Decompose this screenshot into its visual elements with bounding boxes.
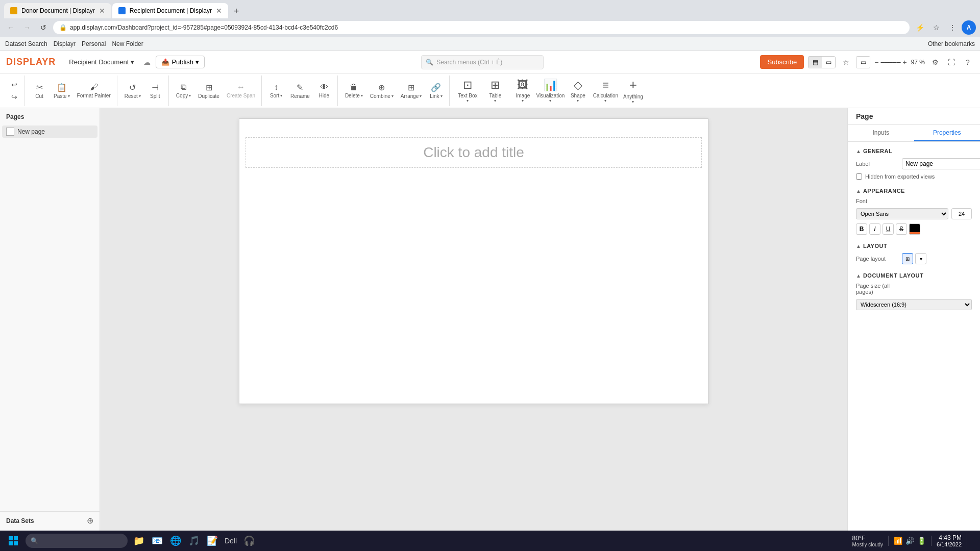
taskbar-app-spotify[interactable]: 🎧 [241, 533, 257, 549]
combine-button[interactable]: ⊕ Combine ▾ [367, 78, 397, 104]
tab-donor[interactable]: Donor Document | Displayr ✕ [4, 3, 111, 18]
extensions-icon[interactable]: ⚡ [913, 20, 927, 35]
tab-close-donor[interactable]: ✕ [99, 7, 105, 15]
profile-button[interactable]: A [962, 20, 976, 35]
back-button[interactable]: ← [4, 21, 17, 34]
canvas-area[interactable]: Click to add title [100, 108, 847, 551]
appearance-collapse-icon[interactable]: ▲ [856, 188, 861, 194]
insert-calculation-button[interactable]: ≡ Calculation ▾ [593, 76, 618, 106]
start-button[interactable] [4, 532, 22, 550]
subscribe-button[interactable]: Subscribe [760, 55, 804, 69]
copy-dropdown-arrow[interactable]: ▾ [189, 93, 191, 98]
canvas-title-placeholder[interactable]: Click to add title [246, 137, 702, 168]
hide-button[interactable]: 👁 Hide [314, 78, 334, 104]
insert-textbox-button[interactable]: ⊡ Text Box ▾ [455, 76, 480, 106]
undo-button[interactable]: ↩ [7, 79, 21, 90]
paste-dropdown-arrow[interactable]: ▾ [68, 94, 70, 98]
taskbar-search[interactable]: 🔍 [26, 534, 128, 548]
reset-dropdown-arrow[interactable]: ▾ [139, 94, 141, 98]
layout-icon-button[interactable]: ⊞ [902, 253, 913, 264]
layout-dropdown-btn[interactable]: ▾ [915, 253, 926, 264]
tab-close-recipient[interactable]: ✕ [216, 7, 222, 15]
tab-inputs[interactable]: Inputs [848, 125, 914, 141]
italic-button[interactable]: I [869, 223, 880, 235]
help-icon[interactable]: ? [962, 56, 974, 68]
doc-layout-collapse-icon[interactable]: ▲ [856, 273, 861, 279]
publish-button[interactable]: 📤 Publish ▾ [156, 56, 205, 68]
volume-icon[interactable]: 🔊 [905, 537, 914, 545]
font-select[interactable]: Open Sans [856, 208, 948, 219]
hidden-checkbox[interactable] [856, 173, 862, 180]
canvas[interactable]: Click to add title [239, 118, 708, 404]
address-bar[interactable]: 🔒 app.displayr.com/Dashboard?project_id=… [53, 21, 910, 34]
taskbar-app-mail[interactable]: 📧 [149, 533, 165, 549]
bookmark-new-folder[interactable]: New Folder [112, 40, 143, 47]
rename-button[interactable]: ✎ Rename [287, 78, 313, 104]
zoom-minus-icon[interactable]: − [874, 58, 878, 66]
more-options-icon[interactable]: ⋮ [945, 20, 960, 35]
font-size-input[interactable] [951, 208, 972, 219]
taskbar-time[interactable]: 4:43 PM 6/14/2022 [937, 534, 962, 547]
sort-button[interactable]: ↕ Sort ▾ [266, 78, 286, 104]
reload-button[interactable]: ↺ [37, 21, 50, 34]
underline-button[interactable]: U [883, 223, 894, 235]
arrange-dropdown-arrow[interactable]: ▾ [420, 94, 422, 98]
forward-button[interactable]: → [20, 21, 34, 34]
taskbar-app-music[interactable]: 🎵 [186, 533, 202, 549]
taskbar-app-dell[interactable]: Dell [223, 533, 239, 549]
settings-icon[interactable]: ⚙ [929, 56, 941, 68]
add-dataset-icon[interactable]: ⊕ [87, 516, 93, 525]
taskbar-app-notes[interactable]: 📝 [204, 533, 220, 549]
star-icon[interactable]: ☆ [840, 56, 852, 68]
bookmark-dataset-search[interactable]: Dataset Search [5, 40, 47, 47]
fullscreen-icon[interactable]: ⛶ [945, 56, 958, 68]
redo-button[interactable]: ↪ [7, 91, 21, 103]
page-size-select[interactable]: Widescreen (16:9) [856, 299, 972, 310]
layout-collapse-icon[interactable]: ▲ [856, 243, 861, 249]
insert-image-button[interactable]: 🖼 Image ▾ [510, 76, 535, 106]
general-collapse-icon[interactable]: ▲ [856, 148, 861, 154]
bookmark-icon[interactable]: ☆ [929, 20, 943, 35]
frame-view-button[interactable]: ▭ [856, 57, 870, 68]
combine-dropdown-arrow[interactable]: ▾ [391, 94, 394, 98]
link-dropdown-arrow[interactable]: ▾ [440, 94, 443, 98]
bookmark-personal[interactable]: Personal [82, 40, 106, 47]
delete-dropdown-arrow[interactable]: ▾ [361, 93, 363, 98]
insert-visualization-button[interactable]: 📊 Visualization ▾ [537, 76, 563, 106]
duplicate-button[interactable]: ⊞ Duplicate [195, 78, 223, 104]
arrange-button[interactable]: ⊞ Arrange ▾ [398, 78, 425, 104]
grid-view-button[interactable]: ▤ [808, 57, 822, 68]
taskbar-app-edge[interactable]: 🌐 [167, 533, 184, 549]
bookmark-other[interactable]: Other bookmarks [928, 40, 975, 47]
copy-button[interactable]: ⧉ Copy ▾ [173, 78, 194, 104]
tab-recipient[interactable]: Recipient Document | Displayr ✕ [112, 3, 228, 18]
label-field-input[interactable] [902, 158, 980, 169]
insert-anything-button[interactable]: + Anything ▾ [620, 76, 646, 106]
paste-button[interactable]: 📋 Paste ▾ [51, 78, 73, 104]
bold-button[interactable]: B [856, 223, 867, 235]
show-desktop-button[interactable] [967, 533, 976, 548]
reset-button[interactable]: ↺ Reset ▾ [121, 78, 144, 104]
strikethrough-button[interactable]: S [896, 223, 907, 235]
color-button[interactable] [909, 223, 920, 235]
insert-table-button[interactable]: ⊞ Table ▾ [482, 76, 508, 106]
split-button[interactable]: ⊣ Split [145, 78, 165, 104]
page-item[interactable]: New page [2, 126, 97, 138]
battery-icon[interactable]: 🔋 [917, 537, 926, 545]
delete-button[interactable]: 🗑 Delete ▾ [342, 78, 366, 104]
zoom-plus-icon[interactable]: + [902, 58, 906, 66]
search-box[interactable]: 🔍 Search menus (Ctrl + É) [421, 55, 544, 69]
cut-button[interactable]: ✂ Cut [29, 78, 50, 104]
taskbar-app-files[interactable]: 📁 [131, 533, 147, 549]
create-span-button[interactable]: ↔ Create Span [224, 78, 258, 104]
sort-dropdown-arrow[interactable]: ▾ [280, 93, 282, 98]
network-icon[interactable]: 📶 [894, 537, 902, 545]
link-button[interactable]: 🔗 Link ▾ [426, 78, 446, 104]
format-painter-button[interactable]: 🖌 Format Painter [74, 78, 114, 104]
document-title-button[interactable]: Recipient Document ▾ [65, 56, 138, 68]
tab-properties[interactable]: Properties [914, 125, 981, 141]
insert-shape-button[interactable]: ◇ Shape ▾ [565, 76, 591, 106]
list-view-button[interactable]: ▭ [822, 57, 835, 68]
bookmark-displayr[interactable]: Displayr [54, 40, 76, 47]
new-tab-button[interactable]: + [229, 4, 243, 18]
